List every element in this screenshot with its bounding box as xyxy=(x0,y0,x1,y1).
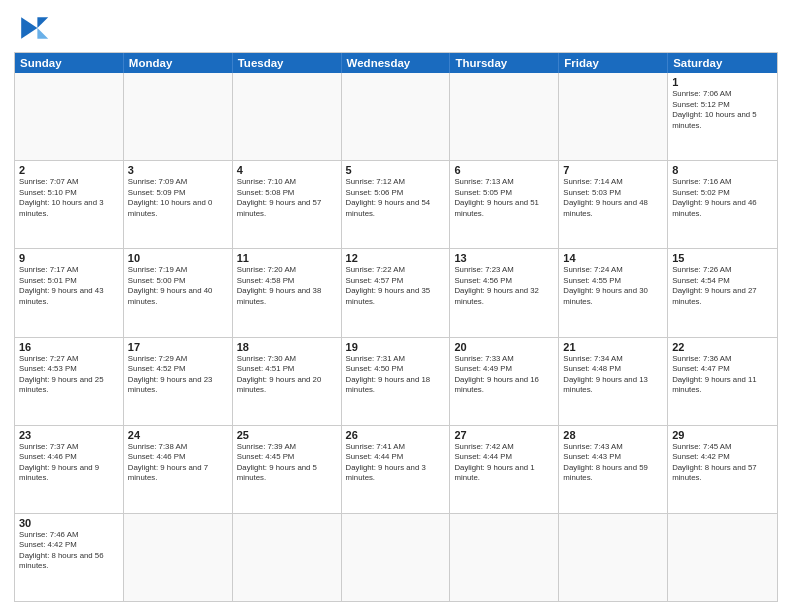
day-info: Sunrise: 7:06 AM Sunset: 5:12 PM Dayligh… xyxy=(672,89,773,131)
calendar-header-row: SundayMondayTuesdayWednesdayThursdayFrid… xyxy=(15,53,777,73)
cal-row-4: 23Sunrise: 7:37 AM Sunset: 4:46 PM Dayli… xyxy=(15,425,777,513)
day-info: Sunrise: 7:33 AM Sunset: 4:49 PM Dayligh… xyxy=(454,354,554,396)
day-info: Sunrise: 7:46 AM Sunset: 4:42 PM Dayligh… xyxy=(19,530,119,572)
cal-row-3: 16Sunrise: 7:27 AM Sunset: 4:53 PM Dayli… xyxy=(15,337,777,425)
day-info: Sunrise: 7:41 AM Sunset: 4:44 PM Dayligh… xyxy=(346,442,446,484)
day-number: 11 xyxy=(237,252,337,264)
day-number: 18 xyxy=(237,341,337,353)
cal-header-thursday: Thursday xyxy=(450,53,559,73)
day-info: Sunrise: 7:22 AM Sunset: 4:57 PM Dayligh… xyxy=(346,265,446,307)
day-number: 12 xyxy=(346,252,446,264)
day-number: 16 xyxy=(19,341,119,353)
cal-cell-r0c4 xyxy=(450,73,559,160)
cal-cell-r4c1: 24Sunrise: 7:38 AM Sunset: 4:46 PM Dayli… xyxy=(124,426,233,513)
day-info: Sunrise: 7:19 AM Sunset: 5:00 PM Dayligh… xyxy=(128,265,228,307)
cal-cell-r2c6: 15Sunrise: 7:26 AM Sunset: 4:54 PM Dayli… xyxy=(668,249,777,336)
day-info: Sunrise: 7:10 AM Sunset: 5:08 PM Dayligh… xyxy=(237,177,337,219)
calendar: SundayMondayTuesdayWednesdayThursdayFrid… xyxy=(14,52,778,602)
day-number: 5 xyxy=(346,164,446,176)
cal-cell-r3c5: 21Sunrise: 7:34 AM Sunset: 4:48 PM Dayli… xyxy=(559,338,668,425)
day-info: Sunrise: 7:38 AM Sunset: 4:46 PM Dayligh… xyxy=(128,442,228,484)
day-info: Sunrise: 7:31 AM Sunset: 4:50 PM Dayligh… xyxy=(346,354,446,396)
cal-row-0: 1Sunrise: 7:06 AM Sunset: 5:12 PM Daylig… xyxy=(15,73,777,160)
cal-cell-r0c5 xyxy=(559,73,668,160)
day-number: 8 xyxy=(672,164,773,176)
day-info: Sunrise: 7:43 AM Sunset: 4:43 PM Dayligh… xyxy=(563,442,663,484)
header xyxy=(14,10,778,46)
cal-cell-r5c3 xyxy=(342,514,451,601)
day-info: Sunrise: 7:14 AM Sunset: 5:03 PM Dayligh… xyxy=(563,177,663,219)
day-number: 10 xyxy=(128,252,228,264)
day-info: Sunrise: 7:42 AM Sunset: 4:44 PM Dayligh… xyxy=(454,442,554,484)
cal-cell-r1c5: 7Sunrise: 7:14 AM Sunset: 5:03 PM Daylig… xyxy=(559,161,668,248)
day-number: 20 xyxy=(454,341,554,353)
day-info: Sunrise: 7:29 AM Sunset: 4:52 PM Dayligh… xyxy=(128,354,228,396)
day-number: 1 xyxy=(672,76,773,88)
cal-header-saturday: Saturday xyxy=(668,53,777,73)
day-number: 22 xyxy=(672,341,773,353)
cal-cell-r1c4: 6Sunrise: 7:13 AM Sunset: 5:05 PM Daylig… xyxy=(450,161,559,248)
day-info: Sunrise: 7:23 AM Sunset: 4:56 PM Dayligh… xyxy=(454,265,554,307)
cal-header-wednesday: Wednesday xyxy=(342,53,451,73)
cal-cell-r3c4: 20Sunrise: 7:33 AM Sunset: 4:49 PM Dayli… xyxy=(450,338,559,425)
cal-header-monday: Monday xyxy=(124,53,233,73)
day-number: 7 xyxy=(563,164,663,176)
day-number: 23 xyxy=(19,429,119,441)
cal-cell-r5c4 xyxy=(450,514,559,601)
cal-cell-r4c5: 28Sunrise: 7:43 AM Sunset: 4:43 PM Dayli… xyxy=(559,426,668,513)
day-number: 4 xyxy=(237,164,337,176)
cal-cell-r1c0: 2Sunrise: 7:07 AM Sunset: 5:10 PM Daylig… xyxy=(15,161,124,248)
svg-marker-1 xyxy=(37,17,48,28)
cal-cell-r0c3 xyxy=(342,73,451,160)
day-info: Sunrise: 7:30 AM Sunset: 4:51 PM Dayligh… xyxy=(237,354,337,396)
cal-cell-r5c5 xyxy=(559,514,668,601)
cal-cell-r4c0: 23Sunrise: 7:37 AM Sunset: 4:46 PM Dayli… xyxy=(15,426,124,513)
cal-cell-r2c4: 13Sunrise: 7:23 AM Sunset: 4:56 PM Dayli… xyxy=(450,249,559,336)
day-info: Sunrise: 7:09 AM Sunset: 5:09 PM Dayligh… xyxy=(128,177,228,219)
day-number: 28 xyxy=(563,429,663,441)
day-info: Sunrise: 7:26 AM Sunset: 4:54 PM Dayligh… xyxy=(672,265,773,307)
day-number: 14 xyxy=(563,252,663,264)
cal-cell-r5c0: 30Sunrise: 7:46 AM Sunset: 4:42 PM Dayli… xyxy=(15,514,124,601)
cal-cell-r0c0 xyxy=(15,73,124,160)
cal-cell-r2c3: 12Sunrise: 7:22 AM Sunset: 4:57 PM Dayli… xyxy=(342,249,451,336)
day-info: Sunrise: 7:16 AM Sunset: 5:02 PM Dayligh… xyxy=(672,177,773,219)
cal-cell-r5c2 xyxy=(233,514,342,601)
cal-cell-r4c6: 29Sunrise: 7:45 AM Sunset: 4:42 PM Dayli… xyxy=(668,426,777,513)
day-number: 25 xyxy=(237,429,337,441)
day-number: 19 xyxy=(346,341,446,353)
day-number: 3 xyxy=(128,164,228,176)
cal-cell-r4c3: 26Sunrise: 7:41 AM Sunset: 4:44 PM Dayli… xyxy=(342,426,451,513)
day-info: Sunrise: 7:34 AM Sunset: 4:48 PM Dayligh… xyxy=(563,354,663,396)
cal-cell-r3c3: 19Sunrise: 7:31 AM Sunset: 4:50 PM Dayli… xyxy=(342,338,451,425)
cal-cell-r5c6 xyxy=(668,514,777,601)
day-info: Sunrise: 7:17 AM Sunset: 5:01 PM Dayligh… xyxy=(19,265,119,307)
page: SundayMondayTuesdayWednesdayThursdayFrid… xyxy=(0,0,792,612)
cal-cell-r3c2: 18Sunrise: 7:30 AM Sunset: 4:51 PM Dayli… xyxy=(233,338,342,425)
cal-header-friday: Friday xyxy=(559,53,668,73)
cal-cell-r4c4: 27Sunrise: 7:42 AM Sunset: 4:44 PM Dayli… xyxy=(450,426,559,513)
cal-cell-r2c2: 11Sunrise: 7:20 AM Sunset: 4:58 PM Dayli… xyxy=(233,249,342,336)
cal-header-sunday: Sunday xyxy=(15,53,124,73)
logo xyxy=(14,10,54,46)
cal-row-1: 2Sunrise: 7:07 AM Sunset: 5:10 PM Daylig… xyxy=(15,160,777,248)
day-number: 15 xyxy=(672,252,773,264)
day-number: 13 xyxy=(454,252,554,264)
day-number: 26 xyxy=(346,429,446,441)
cal-cell-r0c1 xyxy=(124,73,233,160)
day-number: 6 xyxy=(454,164,554,176)
calendar-body: 1Sunrise: 7:06 AM Sunset: 5:12 PM Daylig… xyxy=(15,73,777,601)
cal-cell-r4c2: 25Sunrise: 7:39 AM Sunset: 4:45 PM Dayli… xyxy=(233,426,342,513)
day-number: 2 xyxy=(19,164,119,176)
day-number: 27 xyxy=(454,429,554,441)
day-info: Sunrise: 7:37 AM Sunset: 4:46 PM Dayligh… xyxy=(19,442,119,484)
day-info: Sunrise: 7:36 AM Sunset: 4:47 PM Dayligh… xyxy=(672,354,773,396)
day-info: Sunrise: 7:07 AM Sunset: 5:10 PM Dayligh… xyxy=(19,177,119,219)
cal-row-2: 9Sunrise: 7:17 AM Sunset: 5:01 PM Daylig… xyxy=(15,248,777,336)
cal-cell-r0c2 xyxy=(233,73,342,160)
cal-cell-r3c6: 22Sunrise: 7:36 AM Sunset: 4:47 PM Dayli… xyxy=(668,338,777,425)
day-number: 9 xyxy=(19,252,119,264)
svg-marker-0 xyxy=(21,17,37,39)
cal-cell-r1c3: 5Sunrise: 7:12 AM Sunset: 5:06 PM Daylig… xyxy=(342,161,451,248)
day-info: Sunrise: 7:20 AM Sunset: 4:58 PM Dayligh… xyxy=(237,265,337,307)
